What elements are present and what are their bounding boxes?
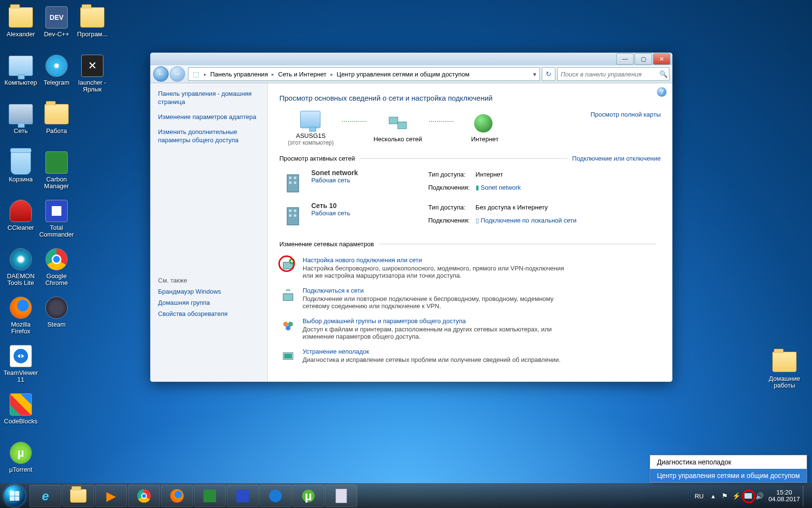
search-box[interactable]: 🔍 <box>557 67 669 81</box>
disk-icon <box>236 490 249 502</box>
sidebar-also-homegroup[interactable]: Домашняя группа <box>158 299 260 306</box>
svg-rect-2 <box>287 175 299 192</box>
setting-connect-network[interactable]: Подключиться к сетиПодключение или повто… <box>279 283 661 314</box>
breadcrumb-dropdown[interactable]: ▾ <box>530 71 539 78</box>
taskbar-explorer[interactable] <box>62 485 94 507</box>
network-context-menu: Диагностика неполадок Центр управления с… <box>650 455 807 483</box>
search-input[interactable] <box>558 71 657 78</box>
sidebar-link-sharing[interactable]: Изменить дополнительные параметры общего… <box>158 128 260 145</box>
desktop-icon-firefox[interactable]: Mozilla Firefox <box>3 294 39 342</box>
breadcrumb-network-center[interactable]: Центр управления сетями и общим доступом <box>334 71 473 78</box>
desktop-icon-programs-folder[interactable]: Програм... <box>74 4 110 51</box>
setting-troubleshoot[interactable]: Устранение неполадокДиагностика и исправ… <box>279 344 661 369</box>
svg-rect-0 <box>389 117 398 124</box>
desktop-icon-launcher[interactable]: ✕launcher - Ярлык <box>74 52 110 100</box>
breadcrumb-control-panel[interactable]: Панель управления <box>207 71 271 78</box>
chevron-right-icon[interactable]: ▸ <box>203 72 207 77</box>
connection-link[interactable]: Подключение по локальной сети <box>480 217 576 224</box>
system-tray: RU ▴ ⚑ ⚡ 🔊 15:20 04.08.2017 <box>691 485 812 507</box>
svg-rect-9 <box>294 209 296 212</box>
sidebar-also-internet-options[interactable]: Свойства обозревателя <box>158 310 260 317</box>
node-this-computer[interactable]: ASUSG1S (этот компьютер) <box>279 111 342 146</box>
desktop-icon-teamviewer[interactable]: TeamViewer 11 <box>3 343 39 390</box>
network-map: ASUSG1S (этот компьютер) Несколько сетей… <box>279 111 516 146</box>
desktop-icon-ccleaner[interactable]: CCleaner <box>3 197 39 245</box>
back-button[interactable]: ← <box>153 66 169 82</box>
desktop-icon-homework-folder[interactable]: Домашние работы <box>767 348 802 396</box>
desktop-icon-chrome[interactable]: Google Chrome <box>39 246 74 293</box>
svg-rect-14 <box>283 294 293 300</box>
taskbar-firefox[interactable] <box>161 485 193 507</box>
windows-logo-icon <box>4 485 25 507</box>
connection-link[interactable]: Sonet network <box>480 184 521 191</box>
refresh-button[interactable]: ↻ <box>542 67 555 81</box>
tray-chevron-up-icon[interactable]: ▴ <box>709 491 718 501</box>
desktop-icon-telegram[interactable]: Telegram <box>39 52 74 100</box>
sidebar-link-adapter[interactable]: Изменение параметров адаптера <box>158 113 260 121</box>
forward-button[interactable]: → <box>170 66 185 82</box>
desktop-icon-steam[interactable]: Steam <box>39 294 74 342</box>
search-icon[interactable]: 🔍 <box>657 70 669 78</box>
network-type-link[interactable]: Рабочая сеть <box>311 177 408 184</box>
ethernet-icon: ▯ <box>476 217 479 224</box>
tray-power-icon[interactable]: ⚡ <box>732 491 741 501</box>
chevron-right-icon[interactable]: ▸ <box>330 72 334 77</box>
taskbar-calc[interactable] <box>325 485 357 507</box>
network-building-icon <box>279 169 306 196</box>
chevron-right-icon[interactable]: ▸ <box>271 72 275 77</box>
desktop-icon-totalcmd[interactable]: Total Commander <box>39 197 74 245</box>
taskbar-utorrent[interactable]: µ <box>292 485 324 507</box>
connect-disconnect-link[interactable]: Подключение или отключение <box>572 155 661 162</box>
desktop-icon-carbon[interactable]: Carbon Manager <box>39 149 74 196</box>
menu-item-troubleshoot[interactable]: Диагностика неполадок <box>650 455 807 469</box>
desktop-icon-recyclebin[interactable]: Корзина <box>3 149 39 196</box>
help-icon[interactable]: ? <box>657 87 667 97</box>
taskbar-ie[interactable]: e <box>29 485 61 507</box>
taskbar-carbon[interactable] <box>194 485 226 507</box>
chrome-icon <box>137 489 151 503</box>
desktop-icon-user-folder[interactable]: Alexander <box>3 4 39 51</box>
minimize-button[interactable]: — <box>616 53 634 65</box>
taskbar-chrome[interactable] <box>128 485 160 507</box>
breadcrumb-network-internet[interactable]: Сеть и Интернет <box>275 71 329 78</box>
tray-flag-icon[interactable]: ⚑ <box>720 491 730 501</box>
start-button[interactable] <box>0 484 29 508</box>
change-settings-header: Изменение сетевых параметров <box>279 240 374 248</box>
menu-item-network-center[interactable]: Центр управления сетями и общим доступом <box>650 469 807 482</box>
language-indicator[interactable]: RU <box>695 493 704 500</box>
desktop-icon-daemon[interactable]: DAEMON Tools Lite <box>3 246 39 293</box>
show-desktop-button[interactable] <box>803 485 809 507</box>
network-row-lan: Сеть 10 Рабочая сеть Тип доступа:Без дос… <box>279 199 661 232</box>
folder-icon <box>70 489 87 503</box>
taskbar-teamviewer[interactable] <box>260 485 291 507</box>
taskbar-totalcmd[interactable] <box>227 485 259 507</box>
view-full-map-link[interactable]: Просмотр полной карты <box>591 111 661 118</box>
tray-network-icon[interactable] <box>743 491 753 501</box>
desktop-icon-codeblocks[interactable]: CodeBlocks <box>3 391 39 438</box>
taskbar-media[interactable]: ▶ <box>95 485 127 507</box>
maximize-button[interactable]: ▢ <box>635 53 652 65</box>
sidebar-see-also-header: См. также <box>158 277 260 284</box>
setting-homegroup[interactable]: Выбор домашней группы и параметров общег… <box>279 314 661 344</box>
connect-icon <box>279 287 297 304</box>
node-internet[interactable]: Интернет <box>453 114 516 143</box>
main-content: ? Просмотр основных сведений о сети и на… <box>268 83 672 382</box>
close-button[interactable]: ✕ <box>653 53 670 65</box>
tray-volume-icon[interactable]: 🔊 <box>755 491 765 501</box>
node-networks[interactable]: Несколько сетей <box>366 114 429 143</box>
setting-new-connection[interactable]: Настройка нового подключения или сетиНас… <box>279 253 661 283</box>
breadcrumb[interactable]: ⬚ ▸ Панель управления ▸ Сеть и Интернет … <box>188 67 540 81</box>
desktop-icon-computer[interactable]: Компьютер <box>3 52 39 100</box>
network-type-link[interactable]: Рабочая сеть <box>311 209 408 217</box>
desktop-icon-utorrent[interactable]: µµTorrent <box>3 439 39 487</box>
desktop-icon-network[interactable]: Сеть <box>3 101 39 148</box>
sidebar-link-home[interactable]: Панель управления - домашняя страница <box>158 90 260 106</box>
sidebar-also-firewall[interactable]: Брандмауэр Windows <box>158 288 260 295</box>
troubleshoot-icon <box>279 348 297 365</box>
desktop-icon-work-folder[interactable]: Работа <box>39 101 74 148</box>
desktop-icon-devcpp[interactable]: DEVDev-C++ <box>39 4 74 51</box>
network-name: Сеть 10 <box>311 202 408 209</box>
tray-clock[interactable]: 15:20 04.08.2017 <box>768 489 800 503</box>
desktop: Alexander DEVDev-C++ Програм... Компьюте… <box>0 0 812 508</box>
window-titlebar[interactable]: — ▢ ✕ <box>150 53 672 65</box>
